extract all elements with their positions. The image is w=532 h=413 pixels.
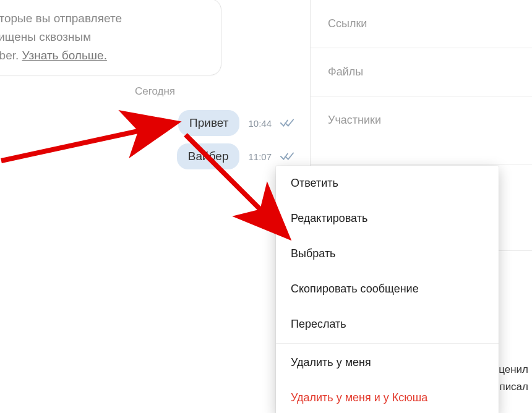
partial-line-2: писал [499, 381, 528, 393]
read-receipt-icon [280, 119, 294, 127]
ctx-edit[interactable]: Редактировать [276, 201, 499, 236]
read-receipt-icon [280, 152, 294, 161]
ctx-copy[interactable]: Скопировать сообщение [276, 271, 499, 307]
encryption-learn-more-link[interactable]: Узнать больше. [22, 49, 107, 62]
encryption-notice: бщения, которые вы отправляете от чат, з… [0, 0, 221, 75]
message-bubble[interactable]: Вайбер [177, 143, 240, 169]
message-time: 11:07 [248, 151, 272, 162]
app-root: бщения, которые вы отправляете от чат, з… [0, 0, 532, 413]
encryption-text-1: бщения, которые вы отправляете [0, 12, 122, 25]
message-bubble[interactable]: Привет [178, 110, 239, 136]
ctx-forward[interactable]: Переслать [276, 307, 499, 342]
context-menu: Ответить Редактировать Выбрать Скопирова… [276, 166, 499, 413]
encryption-text-2: от чат, защищены сквозным [0, 30, 91, 43]
date-separator: Сегодня [0, 85, 310, 98]
sidebar-label-participants: Участники [328, 114, 381, 126]
message-time: 10:44 [248, 118, 272, 129]
ctx-select[interactable]: Выбрать [276, 236, 499, 271]
sidebar-label-files: Файлы [328, 66, 363, 78]
ctx-delete-all[interactable]: Удалить у меня и у Ксюша [276, 380, 499, 413]
chat-pane: бщения, которые вы отправляете от чат, з… [0, 0, 311, 413]
sidebar-section-links[interactable]: Ссылки [311, 0, 532, 48]
sidebar-label-links: Ссылки [328, 17, 367, 30]
ctx-separator [276, 343, 499, 344]
message-row[interactable]: Привет 10:44 [178, 110, 294, 136]
date-separator-label: Сегодня [129, 85, 181, 98]
encryption-text-3: ованием Viber. [0, 49, 22, 62]
ctx-delete-me[interactable]: Удалить у меня [276, 345, 499, 380]
ctx-reply[interactable]: Ответить [276, 166, 499, 201]
sidebar-section-files[interactable]: Файлы [311, 48, 532, 96]
sidebar-section-participants[interactable]: Участники [311, 96, 532, 164]
